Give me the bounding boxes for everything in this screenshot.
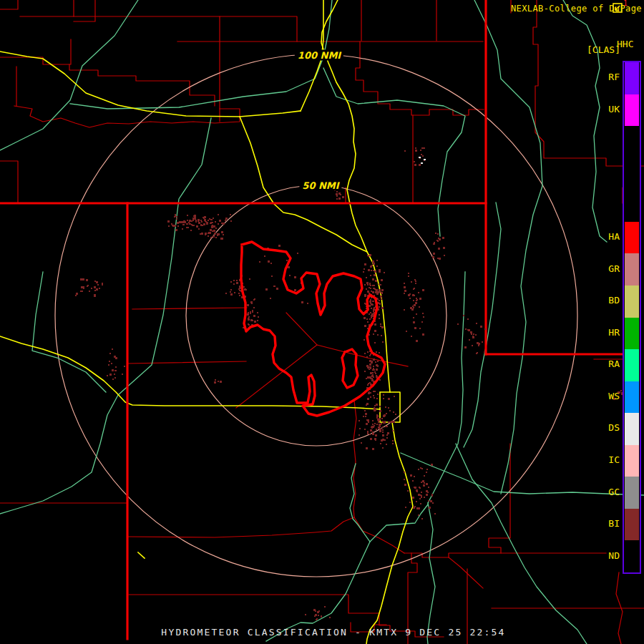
legend-slot-UK — [625, 94, 639, 127]
range-ring-label-100nmi: 100 NMI — [295, 50, 343, 61]
rivers-segment — [474, 0, 542, 494]
product-tag-label: [CLAS] — [587, 45, 620, 54]
county-lines-segment — [0, 39, 71, 64]
dupage-icon — [613, 3, 623, 13]
lake-outline-segment — [241, 242, 385, 416]
range-ring-100nmi — [55, 54, 577, 577]
county-lines-segment — [220, 16, 297, 42]
legend-label-BD: BD — [602, 295, 620, 306]
legend-slot-GR — [625, 253, 639, 286]
legend-slot-BD — [625, 286, 639, 318]
county-lines-segment — [127, 517, 354, 537]
legend-slot-blank — [625, 190, 639, 222]
county-lines-segment — [127, 361, 246, 364]
county-lines-segment — [0, 0, 18, 9]
county-lines-segment — [449, 557, 483, 588]
county-lines-segment — [74, 0, 95, 21]
county-lines-segment — [354, 517, 404, 553]
county-lines-segment — [20, 0, 74, 16]
legend-slot-RA — [625, 349, 639, 381]
county-lines-segment — [404, 553, 606, 557]
county-lines-segment — [286, 313, 317, 345]
lake-outline-segment — [342, 349, 358, 388]
rivers-segment — [563, 0, 607, 242]
legend-slot-blank — [625, 126, 639, 158]
county-lines-segment — [74, 16, 220, 122]
rivers-segment — [350, 464, 370, 542]
brand-superscript: 1 — [623, 0, 628, 7]
legend-slot-WS — [625, 381, 639, 414]
legend-label-ND: ND — [602, 550, 620, 560]
classification-legend — [623, 61, 641, 574]
legend-label-WS: WS — [602, 390, 620, 401]
range-rings — [55, 54, 577, 577]
range-ring-label-50nmi: 50 NMI — [299, 180, 341, 191]
roads-segment — [138, 552, 145, 558]
legend-slot-HR — [625, 318, 639, 350]
county-lines-segment — [236, 345, 408, 408]
legend-slot-IC — [625, 445, 639, 477]
rivers-segment — [464, 203, 501, 447]
county-lines-segment — [0, 161, 18, 203]
county-lines-segment — [489, 444, 510, 553]
rivers-segment — [456, 444, 587, 644]
rivers-segment — [0, 0, 138, 150]
legend-label-GR: GR — [602, 263, 620, 273]
radar-display: NEXLAB-College of DuPage 1 HHC [CLAS] 10… — [0, 0, 644, 644]
legend-label-BI: BI — [602, 518, 620, 529]
legend-slot-GC — [625, 477, 639, 509]
product-title: HYDROMETEOR CLASSIFICATION - KMTX 9 DEC … — [161, 628, 505, 637]
bi-speckles — [75, 147, 628, 620]
legend-label-HA: HA — [602, 231, 620, 242]
rivers-segment — [427, 503, 435, 644]
legend-slot-ND — [625, 540, 639, 572]
legend-slot-BI — [625, 509, 639, 541]
legend-label-RA: RA — [602, 358, 620, 369]
white-dots — [419, 157, 426, 164]
legend-label-RF: RF — [602, 72, 620, 82]
rivers-segment — [266, 504, 428, 641]
legend-label-IC: IC — [602, 454, 620, 465]
county-lines-segment — [353, 401, 356, 517]
legend-slot-HA — [625, 222, 639, 254]
legend-label-GC: GC — [602, 486, 620, 497]
roads — [0, 0, 413, 644]
legend-slot-DS — [625, 413, 639, 445]
county-lines-segment — [356, 42, 484, 115]
rivers-segment — [0, 118, 211, 514]
lake-outline — [241, 242, 385, 416]
legend-label-HR: HR — [602, 326, 620, 337]
legend-slot-blank — [625, 158, 639, 190]
legend-slot-RF — [625, 62, 639, 94]
county-lines-segment — [132, 308, 247, 309]
radar-map — [0, 0, 644, 644]
legend-label-DS: DS — [602, 422, 620, 433]
legend-label-UK: UK — [602, 103, 620, 114]
